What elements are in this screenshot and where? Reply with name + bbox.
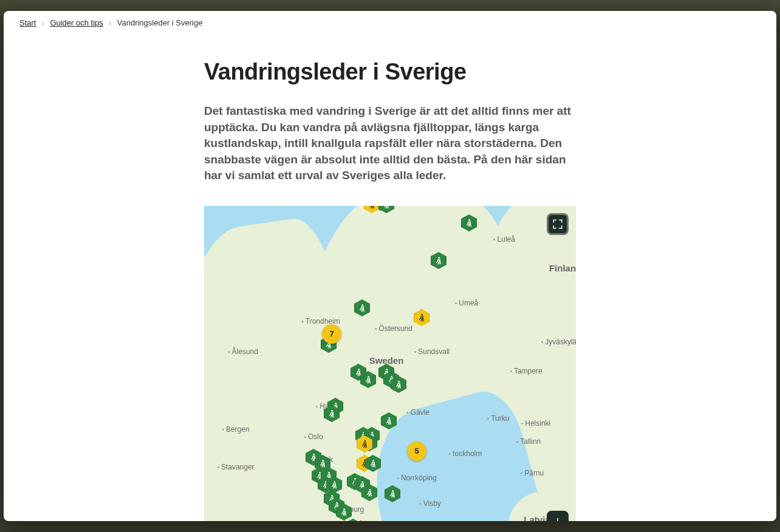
hiker-icon [360,371,376,388]
trail-marker[interactable] [391,376,406,394]
city-label: Tampere [510,367,542,375]
city-label: Tallinn [516,437,541,446]
page-card: Start › Guider och tips › Vandringsleder… [4,11,776,521]
city-label: Jyväskylä [541,338,576,346]
trail-marker[interactable] [354,299,370,318]
city-label: Östersund [375,324,412,333]
city-label: Norrköping [397,474,436,482]
breadcrumb: Start › Guider och tips › Vandringsleder… [4,11,776,35]
city-label: Ålesund [228,347,258,356]
hiker-icon [391,376,406,393]
trail-marker[interactable] [357,435,372,454]
zoom-in-button[interactable] [547,511,569,521]
hiker-icon [337,520,353,521]
chevron-right-icon: › [109,19,111,27]
city-label: Umeå [455,299,479,307]
city-label: Stavanger [217,463,254,471]
marker-cluster[interactable]: 5 [407,442,426,461]
trail-marker[interactable] [361,484,377,502]
hiker-icon [365,455,381,472]
hiker-icon [381,412,397,429]
trail-map[interactable]: SwedenFinlanLatviaLuleåTrondheimÖstersun… [204,206,576,521]
city-label: Turku [487,414,510,423]
expand-map-button[interactable] [547,213,569,235]
breadcrumb-guides[interactable]: Guider och tips [50,18,103,27]
city-label: Bergen [222,425,249,434]
breadcrumb-current: Vandringsleder i Sverige [117,18,203,27]
hiker-icon [414,309,429,326]
city-label: Pärnu [521,469,544,477]
trail-marker[interactable] [431,252,446,270]
city-label: Oslo [304,432,323,441]
trail-marker[interactable] [414,309,429,327]
trail-marker[interactable] [324,405,340,423]
trail-marker[interactable] [353,520,369,521]
hiker-icon [385,485,400,502]
hiker-icon [324,405,340,422]
hiker-icon [378,206,394,213]
trail-marker[interactable] [378,206,394,214]
city-label: tockholm [449,449,482,458]
hiker-icon [364,206,380,213]
page-title: Vandringsleder i Sverige [204,59,576,85]
hiker-icon [431,252,446,269]
main-content: Vandringsleder i Sverige Det fantastiska… [204,59,576,521]
breadcrumb-start[interactable]: Start [19,18,36,27]
hiker-icon [336,503,352,520]
country-label: Finlan [549,262,576,273]
hiker-icon [353,520,369,521]
hiker-icon [357,435,372,452]
plus-icon [552,516,563,521]
page-intro: Det fantastiska med vandring i Sverige ä… [204,103,576,184]
city-label: Gävle [406,408,429,417]
city-label: Luleå [493,235,515,244]
trail-marker[interactable] [360,371,376,389]
trail-marker[interactable] [337,520,353,521]
city-label: Helsinki [521,419,551,428]
hiker-icon [461,214,477,231]
marker-cluster[interactable]: 7 [322,324,341,344]
trail-marker[interactable] [364,206,380,214]
hiker-icon [361,484,377,501]
chevron-right-icon: › [42,19,44,27]
city-label: Visby [419,499,441,508]
hiker-icon [354,299,370,316]
city-label: Sundsvall [414,347,450,356]
trail-marker[interactable] [461,214,477,233]
trail-marker[interactable] [365,455,381,473]
expand-icon [552,219,563,230]
trail-marker[interactable] [381,412,397,431]
trail-marker[interactable] [385,485,400,503]
